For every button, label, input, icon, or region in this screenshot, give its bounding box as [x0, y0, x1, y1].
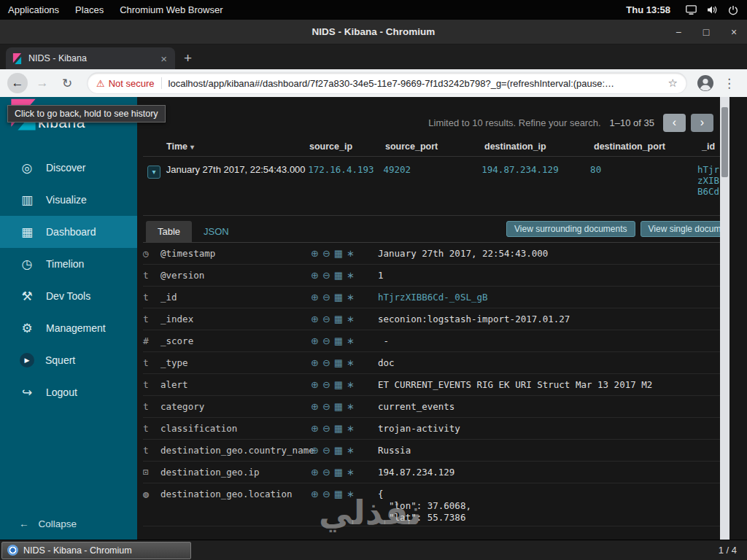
- field-value: hTjrzXIBB6Cd-_0SL_gB: [378, 292, 488, 303]
- prev-page-button[interactable]: ‹: [663, 114, 686, 132]
- filter-out-value-icon[interactable]: ⊖: [322, 292, 330, 303]
- column-header-id[interactable]: _id: [696, 141, 721, 152]
- toggle-column-icon[interactable]: ▦: [334, 401, 343, 412]
- filter-out-value-icon[interactable]: ⊖: [322, 423, 330, 434]
- filter-for-value-icon[interactable]: ⊕: [311, 423, 319, 434]
- filter-for-value-icon[interactable]: ⊕: [311, 357, 319, 368]
- filter-for-value-icon[interactable]: ⊕: [311, 445, 319, 456]
- sidebar-item-squert[interactable]: ▶ Squert: [0, 344, 137, 376]
- toggle-column-icon[interactable]: ▦: [334, 357, 343, 368]
- filter-out-value-icon[interactable]: ⊖: [322, 401, 330, 412]
- filter-for-value-icon[interactable]: ⊕: [311, 314, 319, 324]
- toggle-column-icon[interactable]: ▦: [334, 314, 343, 324]
- filter-out-value-icon[interactable]: ⊖: [322, 379, 330, 390]
- power-icon[interactable]: [728, 5, 738, 15]
- field-value: January 27th 2017, 22:54:43.000: [378, 248, 548, 260]
- sidebar-item-visualize[interactable]: ▥ Visualize: [0, 184, 137, 216]
- filter-for-value-icon[interactable]: ⊕: [311, 335, 319, 346]
- toggle-column-icon[interactable]: ▦: [334, 467, 343, 478]
- filter-for-field-present-icon[interactable]: ∗: [347, 379, 355, 390]
- filter-for-field-present-icon[interactable]: ∗: [347, 445, 355, 456]
- filter-for-field-present-icon[interactable]: ∗: [347, 248, 355, 259]
- active-app-menu[interactable]: Chromium Web Browser: [112, 4, 231, 15]
- sidebar-item-dev-tools[interactable]: ⚒ Dev Tools: [0, 280, 137, 312]
- tab-close-icon[interactable]: ×: [158, 52, 169, 65]
- toggle-column-icon[interactable]: ▦: [334, 379, 343, 390]
- toggle-column-icon[interactable]: ▦: [334, 445, 343, 456]
- not-secure-label[interactable]: Not secure: [109, 78, 155, 89]
- filter-for-field-present-icon[interactable]: ∗: [347, 401, 355, 412]
- column-header-destination-ip[interactable]: destination_ip: [484, 141, 594, 152]
- scrollbar-thumb[interactable]: [721, 107, 728, 177]
- toggle-column-icon[interactable]: ▦: [334, 248, 343, 259]
- toggle-column-icon[interactable]: ▦: [334, 270, 343, 281]
- taskbar-window-button[interactable]: NIDS - Kibana - Chromium: [1, 542, 191, 559]
- gnome-top-bar: Applications Places Chromium Web Browser…: [0, 0, 747, 20]
- filter-for-field-present-icon[interactable]: ∗: [347, 423, 355, 434]
- bookmark-star-icon[interactable]: ☆: [668, 77, 678, 90]
- sidebar-item-management[interactable]: ⚙ Management: [0, 312, 137, 344]
- filter-for-field-present-icon[interactable]: ∗: [347, 335, 355, 346]
- column-header-destination-port[interactable]: destination_port: [594, 141, 696, 152]
- filter-for-field-present-icon[interactable]: ∗: [347, 467, 355, 478]
- filter-out-value-icon[interactable]: ⊖: [322, 270, 330, 281]
- maximize-button[interactable]: □: [700, 26, 712, 38]
- filter-for-field-present-icon[interactable]: ∗: [347, 292, 355, 303]
- field-name: @timestamp: [160, 248, 311, 259]
- sidebar-item-dashboard[interactable]: ▦ Dashboard: [0, 216, 137, 248]
- filter-out-value-icon[interactable]: ⊖: [322, 445, 330, 456]
- filter-out-value-icon[interactable]: ⊖: [322, 335, 330, 346]
- not-secure-warning-icon[interactable]: ⚠: [96, 78, 105, 89]
- filter-for-value-icon[interactable]: ⊕: [311, 248, 319, 259]
- filter-for-value-icon[interactable]: ⊕: [311, 379, 319, 390]
- workspace-indicator[interactable]: 1 / 4: [719, 545, 747, 556]
- view-surrounding-documents-button[interactable]: View surrounding documents: [506, 221, 635, 237]
- new-tab-button[interactable]: +: [175, 50, 201, 69]
- filter-out-value-icon[interactable]: ⊖: [322, 314, 330, 324]
- tab-json[interactable]: JSON: [192, 221, 241, 242]
- text-field-icon: t: [143, 357, 160, 368]
- collapse-button[interactable]: ← Collapse: [19, 518, 77, 529]
- applications-menu[interactable]: Applications: [0, 4, 67, 15]
- filter-for-field-present-icon[interactable]: ∗: [347, 314, 355, 324]
- display-icon[interactable]: [686, 5, 697, 15]
- back-button[interactable]: ←: [7, 73, 28, 93]
- view-single-document-button[interactable]: View single document: [640, 221, 721, 237]
- filter-out-value-icon[interactable]: ⊖: [322, 357, 330, 368]
- column-header-source-port[interactable]: source_port: [385, 141, 484, 152]
- browser-menu-icon[interactable]: ⋮: [719, 76, 740, 91]
- forward-button[interactable]: →: [32, 73, 53, 93]
- column-header-source-ip[interactable]: source_ip: [309, 141, 385, 152]
- close-button[interactable]: ×: [728, 26, 740, 38]
- filter-for-value-icon[interactable]: ⊕: [311, 270, 319, 281]
- volume-icon[interactable]: [707, 5, 718, 15]
- profile-avatar-icon[interactable]: [697, 74, 714, 92]
- window-titlebar[interactable]: NIDS - Kibana - Chromium − □ ×: [0, 20, 747, 44]
- sidebar-item-discover[interactable]: ◎ Discover: [0, 152, 137, 184]
- tab-table[interactable]: Table: [146, 221, 192, 242]
- filter-out-value-icon[interactable]: ⊖: [322, 248, 330, 259]
- filter-for-value-icon[interactable]: ⊕: [311, 467, 319, 478]
- filter-out-value-icon[interactable]: ⊖: [322, 467, 330, 478]
- toggle-column-icon[interactable]: ▦: [334, 335, 343, 346]
- address-bar[interactable]: ⚠ Not secure localhost/app/kibana#/dashb…: [88, 73, 686, 93]
- places-menu[interactable]: Places: [67, 4, 112, 15]
- next-page-button[interactable]: ›: [691, 114, 713, 132]
- sidebar-item-logout[interactable]: ↪ Logout: [0, 376, 137, 408]
- filter-for-value-icon[interactable]: ⊕: [311, 292, 319, 303]
- sidebar-item-timelion[interactable]: ◷ Timelion: [0, 248, 137, 280]
- filter-for-value-icon[interactable]: ⊕: [311, 489, 319, 499]
- filter-for-value-icon[interactable]: ⊕: [311, 401, 319, 412]
- scrollbar[interactable]: [720, 97, 729, 540]
- column-header-time[interactable]: Time▾: [166, 141, 309, 152]
- browser-tab[interactable]: NIDS - Kibana ×: [6, 47, 175, 69]
- toggle-column-icon[interactable]: ▦: [334, 292, 343, 303]
- minimize-button[interactable]: −: [673, 26, 684, 38]
- filter-for-field-present-icon[interactable]: ∗: [347, 357, 355, 368]
- toggle-column-icon[interactable]: ▦: [334, 423, 343, 434]
- filter-for-field-present-icon[interactable]: ∗: [347, 270, 355, 281]
- url-text[interactable]: localhost/app/kibana#/dashboard/7f27a830…: [169, 78, 662, 89]
- reload-button[interactable]: ↻: [57, 73, 77, 93]
- clock[interactable]: Thu 13:58: [626, 4, 670, 15]
- collapse-row-caret-button[interactable]: ▾: [147, 166, 160, 179]
